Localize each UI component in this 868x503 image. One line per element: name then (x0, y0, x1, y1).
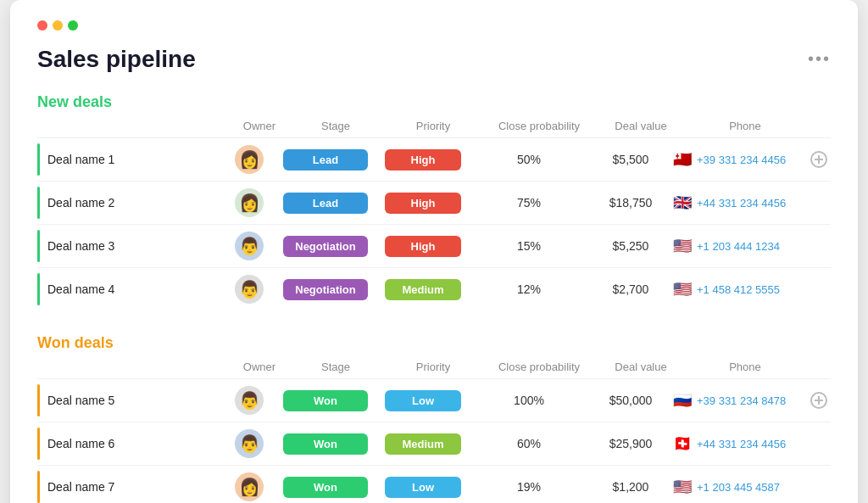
won-col-owner: Owner (234, 360, 285, 373)
stage-cell: Negotiation (275, 279, 376, 300)
stage-cell: Lead (275, 149, 376, 170)
phone-number[interactable]: +44 331 234 4456 (697, 438, 786, 450)
won-col-close-prob: Close probability (480, 360, 598, 373)
stage-cell: Lead (275, 193, 376, 214)
stage-badge: Won (283, 433, 368, 455)
more-button[interactable]: ••• (808, 49, 831, 69)
col-phone: Phone (683, 120, 807, 132)
priority-cell: Medium (376, 433, 470, 455)
priority-cell: Low (376, 477, 470, 498)
close-probability: 15% (470, 239, 588, 253)
phone-number[interactable]: +1 458 412 5555 (697, 283, 780, 296)
flag-icon: 🇨🇭 (673, 434, 692, 453)
stage-badge: Lead (283, 149, 368, 170)
col-priority: Priority (387, 120, 480, 132)
table-row: Deal name 4 👨 Negotiation Medium 12% $2,… (37, 267, 831, 310)
phone-cell: 🇨🇭 +44 331 234 4456 (673, 434, 807, 453)
flag-icon: 🇷🇺 (673, 391, 692, 410)
close-probability: 100% (470, 394, 588, 407)
won-deals-table: Owner Stage Priority Close probability D… (37, 360, 831, 503)
deal-name: Deal name 4 (37, 282, 224, 296)
avatar-cell: 👨 (224, 386, 275, 415)
priority-badge: Medium (385, 279, 461, 300)
stage-cell: Negotiation (275, 236, 376, 257)
deal-name: Deal name 3 (37, 239, 224, 253)
tl-close[interactable] (37, 20, 47, 31)
phone-cell: 🇹🇴 +39 331 234 4456 (673, 150, 807, 169)
table-row: Deal name 7 👩 Won Low 19% $1,200 🇺🇸 +1 2… (37, 465, 831, 503)
avatar-cell: 👩 (224, 472, 275, 501)
tl-maximize[interactable] (68, 20, 78, 31)
flag-icon: 🇬🇧 (673, 193, 692, 212)
won-col-priority: Priority (387, 360, 480, 373)
won-deals-header: Owner Stage Priority Close probability D… (37, 360, 831, 378)
phone-cell: 🇺🇸 +1 203 444 1234 (673, 237, 807, 255)
won-deals-title: Won deals (37, 334, 831, 352)
new-deals-section: New deals Owner Stage Priority Close pro… (37, 93, 831, 310)
table-row: Deal name 3 👨 Negotiation High 15% $5,25… (37, 224, 831, 267)
new-deals-header: Owner Stage Priority Close probability D… (37, 120, 831, 137)
col-owner: Owner (234, 120, 285, 132)
phone-cell: 🇺🇸 +1 458 412 5555 (673, 280, 807, 299)
won-col-phone: Phone (683, 360, 807, 373)
avatar: 👨 (235, 386, 264, 415)
phone-number[interactable]: +39 331 234 8478 (697, 394, 786, 407)
avatar-cell: 👨 (224, 275, 275, 304)
won-col-add (807, 360, 831, 373)
deal-name: Deal name 2 (37, 196, 224, 210)
col-stage: Stage (285, 120, 387, 132)
priority-badge: High (385, 193, 461, 214)
won-deals-rows: Deal name 5 👨 Won Low 100% $50,000 🇷🇺 +3… (37, 378, 831, 503)
table-row: Deal name 2 👩 Lead High 75% $18,750 🇬🇧 +… (37, 181, 831, 224)
flag-icon: 🇺🇸 (673, 478, 692, 496)
stage-badge: Won (283, 477, 368, 498)
add-deal-button[interactable] (807, 151, 831, 168)
main-window: Sales pipeline ••• New deals Owner Stage… (10, 0, 858, 503)
phone-number[interactable]: +39 331 234 4456 (697, 154, 786, 166)
new-deals-title: New deals (37, 93, 831, 111)
flag-icon: 🇹🇴 (673, 150, 692, 169)
priority-cell: Medium (376, 279, 470, 300)
priority-cell: High (376, 149, 470, 170)
table-row: Deal name 6 👨 Won Medium 60% $25,900 🇨🇭 … (37, 422, 831, 465)
page-title: Sales pipeline (37, 46, 831, 73)
tl-minimize[interactable] (53, 20, 63, 31)
avatar: 👨 (235, 429, 264, 458)
stage-cell: Won (275, 390, 376, 411)
close-probability: 50% (470, 153, 588, 166)
deal-value: $5,500 (588, 153, 673, 166)
add-deal-button[interactable] (807, 392, 831, 409)
table-row: Deal name 1 👩 Lead High 50% $5,500 🇹🇴 +3… (37, 137, 831, 181)
priority-cell: Low (376, 390, 470, 411)
stage-badge: Negotiation (283, 236, 368, 257)
won-deals-section: Won deals Owner Stage Priority Close pro… (37, 334, 831, 503)
table-row: Deal name 5 👨 Won Low 100% $50,000 🇷🇺 +3… (37, 378, 831, 422)
priority-cell: High (376, 193, 470, 214)
col-close-prob: Close probability (480, 120, 598, 132)
priority-badge: Medium (385, 433, 461, 455)
deal-name: Deal name 1 (37, 153, 224, 166)
avatar-cell: 👩 (224, 188, 275, 217)
phone-number[interactable]: +44 331 234 4456 (697, 197, 786, 210)
deal-value: $1,200 (588, 480, 673, 494)
avatar-cell: 👨 (224, 232, 275, 260)
flag-icon: 🇺🇸 (673, 280, 692, 299)
avatar: 👩 (235, 472, 264, 501)
priority-badge: High (385, 236, 461, 257)
deal-value: $25,900 (588, 437, 673, 450)
phone-number[interactable]: +1 203 444 1234 (697, 240, 780, 253)
priority-badge: Low (385, 390, 461, 411)
deal-name: Deal name 5 (37, 394, 224, 407)
stage-badge: Lead (283, 193, 368, 214)
flag-icon: 🇺🇸 (673, 237, 692, 255)
stage-cell: Won (275, 477, 376, 498)
phone-number[interactable]: +1 203 445 4587 (697, 481, 780, 494)
priority-badge: Low (385, 477, 461, 498)
deal-value: $18,750 (588, 196, 673, 210)
col-deal-value: Deal value (598, 120, 683, 132)
deal-name: Deal name 6 (37, 437, 224, 450)
won-col-stage: Stage (285, 360, 387, 373)
stage-badge: Won (283, 390, 368, 411)
deal-value: $50,000 (588, 394, 673, 407)
deal-value: $5,250 (588, 239, 673, 253)
